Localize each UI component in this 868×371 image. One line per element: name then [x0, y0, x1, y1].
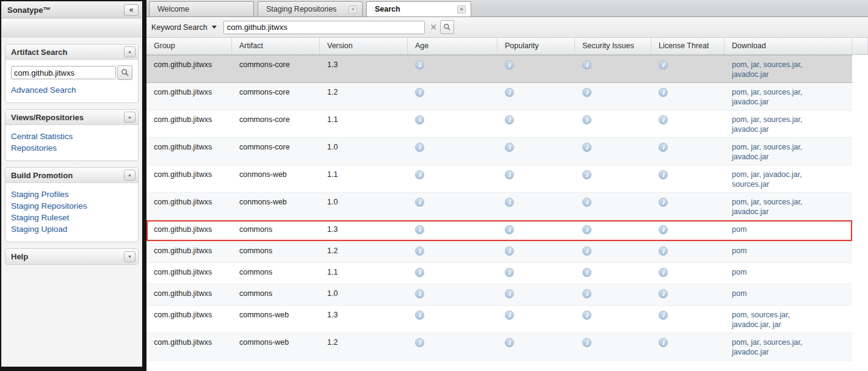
info-icon[interactable]: i [505, 198, 514, 207]
info-icon[interactable]: i [582, 268, 591, 277]
info-icon[interactable]: i [582, 60, 591, 70]
info-icon[interactable]: i [505, 225, 514, 234]
download-links[interactable]: pom [732, 246, 747, 256]
download-links[interactable]: pom, jar, sources.jar, javadoc.jar [732, 197, 828, 217]
collapse-panel-button[interactable]: ▲ [124, 46, 136, 57]
info-icon[interactable]: i [582, 289, 591, 298]
artifact-search-input[interactable] [11, 66, 116, 79]
panel-artifact-search-header[interactable]: Artifact Search ▲ [5, 45, 138, 60]
info-icon[interactable]: i [582, 338, 591, 347]
result-row[interactable]: com.github.jitwxscommons-core1.1iiiipom,… [146, 110, 852, 138]
info-icon[interactable]: i [659, 225, 668, 234]
collapse-panel-button[interactable]: ▲ [124, 112, 136, 123]
info-icon[interactable]: i [582, 88, 591, 97]
column-header-download[interactable]: Download [725, 38, 852, 54]
info-icon[interactable]: i [415, 311, 424, 320]
keyword-search-input[interactable] [223, 21, 425, 34]
info-icon[interactable]: i [505, 247, 514, 256]
info-icon[interactable]: i [659, 247, 668, 256]
artifact-search-button[interactable] [117, 65, 132, 80]
collapse-panel-button[interactable]: ▲ [124, 170, 136, 181]
column-header-version[interactable]: Version [320, 38, 408, 54]
info-icon[interactable]: i [659, 143, 668, 152]
tab-staging-repositories[interactable]: Staging Repositories✕ [258, 1, 363, 16]
info-icon[interactable]: i [659, 268, 668, 277]
result-row[interactable]: com.github.jitwxscommons-core1.2iiiipom,… [146, 83, 852, 110]
info-icon[interactable]: i [415, 115, 424, 124]
column-header-popularity[interactable]: Popularity [497, 38, 575, 54]
sidebar-link-staging-repositories[interactable]: Staging Repositories [11, 200, 132, 212]
download-links[interactable]: pom, jar, sources.jar, javadoc.jar [732, 115, 828, 134]
info-icon[interactable]: i [505, 88, 514, 97]
download-links[interactable]: pom [732, 267, 747, 277]
panel-help-header[interactable]: Help ▼ [5, 249, 138, 264]
info-icon[interactable]: i [659, 115, 668, 124]
tab-close-icon[interactable]: ✕ [349, 5, 357, 13]
column-header-security-issues[interactable]: Security Issues [575, 38, 651, 54]
info-icon[interactable]: i [582, 198, 591, 207]
result-row[interactable]: com.github.jitwxscommons-core1.3iiiipom,… [146, 55, 852, 83]
result-row[interactable]: com.github.jitwxscommons1.0iiiipom [146, 284, 852, 306]
info-icon[interactable]: i [415, 289, 424, 298]
download-links[interactable]: pom, sources.jar, javadoc.jar, jar [732, 310, 828, 330]
info-icon[interactable]: i [415, 170, 424, 179]
clear-search-icon[interactable]: ✕ [430, 23, 437, 32]
info-icon[interactable]: i [505, 143, 514, 152]
result-row[interactable]: com.github.jitwxsconmons-web1.1iiiipom, … [146, 165, 852, 193]
result-row[interactable]: com.github.jitwxscommons1.1iiiipom [146, 263, 852, 284]
download-links[interactable]: pom, jar, sources.jar, javadoc.jar [732, 87, 828, 107]
tab-search[interactable]: Search✕ [366, 1, 471, 16]
info-icon[interactable]: i [659, 60, 668, 70]
column-header-age[interactable]: Age [408, 38, 497, 54]
info-icon[interactable]: i [659, 198, 668, 207]
advanced-search-link[interactable]: Advanced Search [11, 84, 132, 96]
info-icon[interactable]: i [659, 289, 668, 298]
result-row[interactable]: com.github.jitwxsconmons-web1.0iiiipom, … [146, 193, 852, 220]
info-icon[interactable]: i [505, 311, 514, 320]
expand-panel-button[interactable]: ▼ [124, 251, 136, 262]
info-icon[interactable]: i [505, 170, 514, 179]
panel-views-repositories-header[interactable]: Views/Repositories ▲ [5, 110, 138, 125]
tab-close-icon[interactable]: ✕ [457, 5, 466, 13]
tab-welcome[interactable]: Welcome [149, 1, 254, 16]
info-icon[interactable]: i [505, 289, 514, 298]
sidebar-link-staging-ruleset[interactable]: Staging Ruleset [11, 212, 132, 223]
sidebar-link-central-statistics[interactable]: Central Statistics [11, 131, 132, 142]
panel-build-promotion-header[interactable]: Build Promotion ▲ [5, 168, 138, 183]
column-header-license-threat[interactable]: License Threat [651, 38, 725, 54]
info-icon[interactable]: i [659, 311, 668, 320]
info-icon[interactable]: i [505, 268, 514, 277]
info-icon[interactable]: i [659, 170, 668, 179]
info-icon[interactable]: i [505, 60, 514, 70]
info-icon[interactable]: i [415, 88, 424, 97]
info-icon[interactable]: i [415, 60, 424, 70]
info-icon[interactable]: i [659, 88, 668, 97]
info-icon[interactable]: i [582, 311, 591, 320]
info-icon[interactable]: i [582, 170, 591, 179]
info-icon[interactable]: i [582, 247, 591, 256]
result-row[interactable]: com.github.jitwxscommons-core1.0iiiipom,… [146, 138, 852, 165]
info-icon[interactable]: i [415, 143, 424, 152]
search-submit-button[interactable] [440, 20, 454, 34]
info-icon[interactable]: i [582, 143, 591, 152]
download-links[interactable]: pom [732, 225, 747, 234]
result-row[interactable]: com.github.jitwxscommons1.3iiiipom [146, 220, 852, 242]
sidebar-link-staging-upload[interactable]: Staging Upload [11, 223, 132, 235]
column-header-artifact[interactable]: Artifact [232, 38, 320, 54]
info-icon[interactable]: i [415, 198, 424, 207]
result-row[interactable]: com.github.jitwxscommons-web1.2iiiipom, … [146, 333, 852, 361]
download-links[interactable]: pom, jar, javadoc.jar, sources.jar [732, 170, 828, 189]
info-icon[interactable]: i [659, 338, 668, 347]
sidebar-collapse-button[interactable]: « [124, 4, 139, 16]
info-icon[interactable]: i [415, 268, 424, 277]
download-links[interactable]: pom [732, 289, 747, 298]
result-row[interactable]: com.github.jitwxscommons1.2iiiipom [146, 242, 852, 263]
info-icon[interactable]: i [505, 115, 514, 124]
info-icon[interactable]: i [582, 225, 591, 234]
result-row[interactable]: com.github.jitwxscommons-web1.3iiiipom, … [146, 306, 852, 333]
search-mode-dropdown[interactable]: Keyword Search [151, 23, 217, 32]
sidebar-link-repositories[interactable]: Repositories [11, 142, 132, 154]
info-icon[interactable]: i [505, 338, 514, 347]
download-links[interactable]: pom, jar, sources.jar, javadoc.jar [732, 337, 828, 357]
info-icon[interactable]: i [415, 225, 424, 234]
